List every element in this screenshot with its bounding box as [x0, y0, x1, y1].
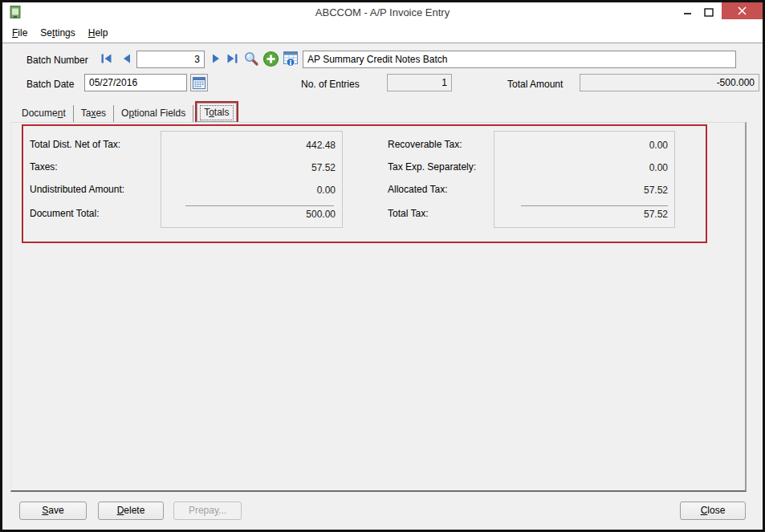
last-icon: [226, 53, 238, 64]
batch-description-input[interactable]: [303, 51, 736, 68]
total-amount-value-field: -500.000: [580, 74, 759, 91]
document-total-label: Document Total:: [30, 208, 100, 219]
total-tax-value: 57.52: [644, 209, 668, 220]
total-tax-label: Total Tax:: [388, 208, 428, 219]
batch-info-button[interactable]: [282, 50, 299, 67]
calendar-button[interactable]: [190, 74, 208, 91]
taxes-value: 57.52: [311, 162, 336, 173]
taxes-label: Taxes:: [30, 161, 58, 173]
tax-exp-separately-label: Tax Exp. Separately:: [388, 161, 476, 173]
magnifier-icon: [243, 51, 259, 67]
maximize-button[interactable]: [699, 2, 718, 22]
total-dist-net-label: Total Dist. Net of Tax:: [30, 139, 120, 150]
tab-optional-fields[interactable]: Optional Fields: [114, 105, 193, 122]
calendar-icon: [193, 77, 205, 89]
first-record-button[interactable]: [100, 51, 114, 66]
app-window: ABCCOM - A/P Invoice Entry File Settings…: [2, 2, 763, 530]
title-bar: ABCCOM - A/P Invoice Entry: [2, 2, 763, 23]
first-icon: [100, 53, 113, 64]
close-icon: [738, 6, 747, 15]
last-record-button[interactable]: [225, 51, 239, 66]
close-button[interactable]: [722, 2, 763, 19]
batch-date-input[interactable]: [84, 74, 187, 91]
recoverable-tax-value: 0.00: [649, 140, 668, 151]
menu-file[interactable]: File: [6, 25, 34, 41]
menu-help[interactable]: Help: [82, 25, 115, 41]
minimize-button[interactable]: [678, 2, 698, 22]
tab-bar: Document Taxes Optional Fields Totals: [14, 103, 237, 122]
menu-bar: File Settings Help: [2, 23, 763, 43]
tax-exp-separately-value: 0.00: [649, 162, 668, 173]
entries-label: No. of Entries: [301, 79, 360, 90]
total-amount-label: Total Amount: [507, 79, 563, 90]
window-title: ABCCOM - A/P Invoice Entry: [2, 2, 763, 23]
finder-button[interactable]: [242, 50, 260, 67]
recoverable-tax-label: Recoverable Tax:: [388, 139, 462, 150]
left-sum-separator: [185, 205, 334, 206]
tab-totals[interactable]: Totals: [197, 103, 236, 122]
tab-taxes[interactable]: Taxes: [74, 105, 114, 122]
batch-number-input[interactable]: [136, 51, 205, 68]
undistributed-amount-value: 0.00: [317, 185, 336, 196]
delete-button[interactable]: Delete: [98, 502, 164, 520]
tab-document[interactable]: Document: [14, 105, 74, 122]
close-window-button[interactable]: Close: [680, 502, 746, 520]
allocated-tax-label: Allocated Tax:: [388, 184, 448, 195]
previous-icon: [121, 53, 132, 64]
save-button[interactable]: Save: [19, 502, 87, 520]
plus-icon: [262, 51, 279, 67]
prepay-button: Prepay...: [173, 502, 242, 520]
allocated-tax-value: 57.52: [644, 185, 668, 196]
previous-record-button[interactable]: [119, 51, 133, 66]
right-totals-box: 0.00 0.00 57.52 57.52: [494, 131, 675, 228]
new-batch-button[interactable]: [262, 50, 279, 67]
batch-info-icon: [283, 51, 299, 67]
undistributed-amount-label: Undistributed Amount:: [30, 184, 124, 195]
menu-settings[interactable]: Settings: [34, 25, 81, 41]
batch-date-label: Batch Date: [26, 79, 74, 90]
document-total-value: 500.00: [306, 209, 336, 220]
right-sum-separator: [521, 205, 668, 206]
left-totals-box: 442.48 57.52 0.00 500.00: [161, 131, 343, 228]
next-record-button[interactable]: [209, 51, 223, 66]
entries-value-field: 1: [387, 74, 452, 91]
total-dist-net-value: 442.48: [306, 140, 336, 151]
batch-number-label: Batch Number: [26, 55, 88, 66]
next-icon: [211, 53, 222, 64]
